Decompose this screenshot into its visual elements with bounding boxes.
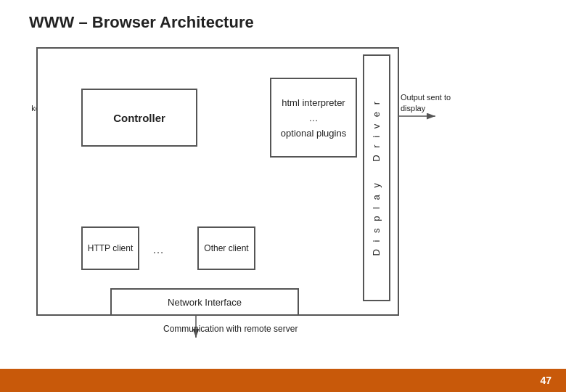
page-number: 47 <box>540 375 551 386</box>
comm-label: Communication with remote server <box>163 323 298 335</box>
output-label: Output sent to display <box>401 92 466 115</box>
html-interpreter-label: html interpreter <box>282 97 345 108</box>
display-box: D i s p l a y D r i v e r <box>363 54 390 301</box>
other-client-box: Other client <box>197 226 255 270</box>
html-interpreter-dots: … <box>309 113 319 123</box>
outer-box: Controller html interpreter … optional p… <box>36 47 399 316</box>
display-text: D i s p l a y D r i v e r <box>369 99 384 256</box>
http-client-box: HTTP client <box>81 226 139 270</box>
diagram-area: Input from keyboard and mouse Controller… <box>29 40 537 352</box>
network-interface-box: Network Interface <box>110 288 299 316</box>
controller-box: Controller <box>81 89 197 147</box>
ellipsis-label: … <box>152 243 164 256</box>
footer-bar: 47 <box>0 369 566 392</box>
page-title: WWW – Browser Architecture <box>0 0 566 39</box>
html-interpreter-box: html interpreter … optional plugins <box>270 78 357 158</box>
optional-plugins-label: optional plugins <box>281 128 346 139</box>
